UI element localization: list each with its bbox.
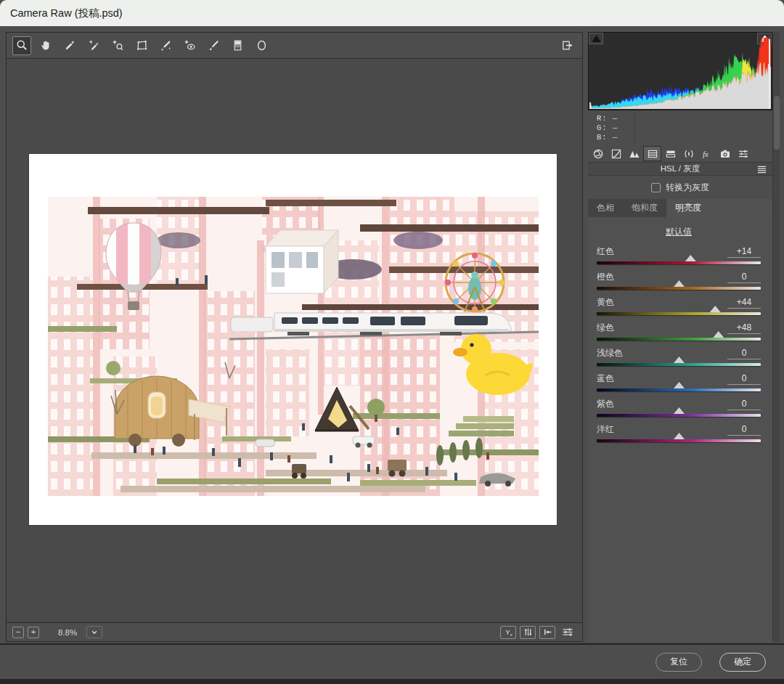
color-sampler-tool-icon[interactable] <box>84 36 103 55</box>
histogram[interactable] <box>588 32 772 110</box>
slider-track[interactable] <box>597 363 761 366</box>
histogram-graph <box>589 36 771 109</box>
preview-statusbar: − + 8.8% Y <box>7 622 582 641</box>
fullscreen-toggle-button[interactable] <box>556 36 576 55</box>
panel-scrollbar[interactable] <box>772 32 780 642</box>
rgb-divider <box>634 112 635 142</box>
graduated-filter-tool-icon[interactable] <box>228 36 247 55</box>
tools-toolbar <box>7 33 582 59</box>
svg-text:Y: Y <box>505 629 510 636</box>
slider-label: 黄色 <box>597 296 614 309</box>
detail-panel-icon[interactable] <box>625 146 643 161</box>
document-page[interactable] <box>29 154 557 525</box>
panel-scrollbar-thumb[interactable] <box>774 96 780 150</box>
slider-track[interactable] <box>597 439 761 442</box>
spot-removal-tool-icon[interactable] <box>156 36 175 55</box>
artwork-illustration <box>48 197 539 496</box>
default-values-link[interactable]: 默认值 <box>666 227 692 237</box>
svg-text:fx: fx <box>703 150 709 158</box>
ok-button[interactable]: 确定 <box>719 653 766 672</box>
camera-raw-dialog: Camera Raw (投稿.psd) <box>0 0 784 684</box>
grayscale-checkbox-row: 转换为灰度 <box>588 176 772 199</box>
zoom-level-value[interactable]: 8.8% <box>53 628 82 637</box>
slider-track[interactable] <box>597 261 761 264</box>
r-value: — <box>613 114 618 123</box>
camera-calibration-panel-icon[interactable] <box>716 146 734 161</box>
adjustment-brush-tool-icon[interactable] <box>204 36 223 55</box>
slider-value-field[interactable]: 0 <box>727 399 761 410</box>
slider-track[interactable] <box>597 312 761 315</box>
preview-canvas[interactable] <box>7 59 582 622</box>
hsl-tab-明亮度[interactable]: 明亮度 <box>666 199 710 217</box>
slider-track[interactable] <box>597 388 761 391</box>
preview-region: − + 8.8% Y <box>6 32 583 642</box>
dialog-footer: 复位 确定 <box>0 643 784 679</box>
hsl-slider-row: 紫色0 <box>597 398 761 417</box>
swap-before-after-button[interactable] <box>520 626 536 639</box>
slider-label: 浅绿色 <box>597 347 623 359</box>
g-label: G: <box>597 123 608 132</box>
presets-panel-icon[interactable] <box>734 146 752 161</box>
zoom-tool-icon[interactable] <box>12 36 31 55</box>
hsl-tab-饱和度[interactable]: 饱和度 <box>623 199 666 217</box>
white-balance-tool-icon[interactable] <box>60 36 79 55</box>
targeted-adjustment-tool-icon[interactable] <box>108 36 127 55</box>
basic-panel-icon[interactable] <box>589 146 607 161</box>
red-eye-tool-icon[interactable] <box>180 36 199 55</box>
slider-label: 橙色 <box>597 271 614 283</box>
hsl-slider-row: 蓝色0 <box>597 372 761 391</box>
copy-settings-button[interactable] <box>539 626 555 639</box>
hsl-slider-row: 橙色0 <box>597 271 761 290</box>
panel-tab-bar: fx <box>588 145 772 163</box>
hsl-grayscale-panel-icon[interactable] <box>643 146 661 161</box>
slider-track[interactable] <box>597 287 761 290</box>
slider-value-field[interactable]: +44 <box>727 297 761 309</box>
preview-image[interactable] <box>48 197 539 496</box>
tone-curve-panel-icon[interactable] <box>607 146 625 161</box>
hsl-tab-色相[interactable]: 色相 <box>588 199 623 217</box>
slider-track[interactable] <box>597 338 761 341</box>
view-buttons: Y <box>497 626 576 639</box>
g-value: — <box>613 123 618 132</box>
slider-value-field[interactable]: 0 <box>727 272 761 283</box>
slider-label: 绿色 <box>597 322 614 334</box>
hsl-slider-row: 红色+14 <box>597 245 761 264</box>
r-label: R: <box>597 114 608 123</box>
hsl-tabbar-filler <box>710 199 772 217</box>
hsl-panel-title: HSL / 灰度 <box>661 163 701 174</box>
preview-mode-y-button[interactable]: Y <box>500 626 516 639</box>
dialog-titlebar[interactable]: Camera Raw (投稿.psd) <box>0 0 784 26</box>
slider-value-field[interactable]: 0 <box>727 373 761 385</box>
toolbar-tools <box>12 36 271 55</box>
zoom-out-button[interactable]: − <box>12 627 24 638</box>
slider-track[interactable] <box>597 414 761 417</box>
radial-filter-tool-icon[interactable] <box>252 36 271 55</box>
slider-label: 洋红 <box>597 423 614 436</box>
toggle-defaults-button[interactable] <box>559 626 576 639</box>
rgb-readout: R: — G: — B: — <box>588 110 772 145</box>
hand-tool-icon[interactable] <box>36 36 55 55</box>
slider-label: 蓝色 <box>597 372 614 385</box>
luminance-panel-content: 默认值 红色+14橙色0黄色+44绿色+48浅绿色0蓝色0紫色0洋红0 <box>588 217 772 642</box>
convert-to-grayscale-label: 转换为灰度 <box>666 182 709 194</box>
hsl-slider-row: 浅绿色0 <box>597 347 761 366</box>
panel-menu-icon[interactable] <box>757 165 767 174</box>
lens-corrections-panel-icon[interactable] <box>679 146 698 161</box>
slider-value-field[interactable]: +48 <box>727 322 761 334</box>
hsl-sliders: 红色+14橙色0黄色+44绿色+48浅绿色0蓝色0紫色0洋红0 <box>597 245 761 442</box>
convert-to-grayscale-checkbox[interactable] <box>651 183 661 192</box>
slider-value-field[interactable]: +14 <box>727 246 761 258</box>
hsl-slider-row: 洋红0 <box>597 423 761 442</box>
hsl-slider-row: 绿色+48 <box>597 322 761 341</box>
reset-button[interactable]: 复位 <box>656 653 702 672</box>
zoom-level-dropdown[interactable] <box>86 626 102 638</box>
zoom-in-button[interactable]: + <box>28 627 39 638</box>
b-label: B: <box>597 133 608 142</box>
effects-panel-icon[interactable]: fx <box>698 146 716 161</box>
crop-tool-icon[interactable] <box>132 36 151 55</box>
split-toning-panel-icon[interactable] <box>661 146 679 161</box>
slider-value-field[interactable]: 0 <box>727 424 761 436</box>
hsl-panel-header: HSL / 灰度 <box>588 163 772 176</box>
slider-value-field[interactable]: 0 <box>727 348 761 359</box>
b-value: — <box>613 133 618 142</box>
